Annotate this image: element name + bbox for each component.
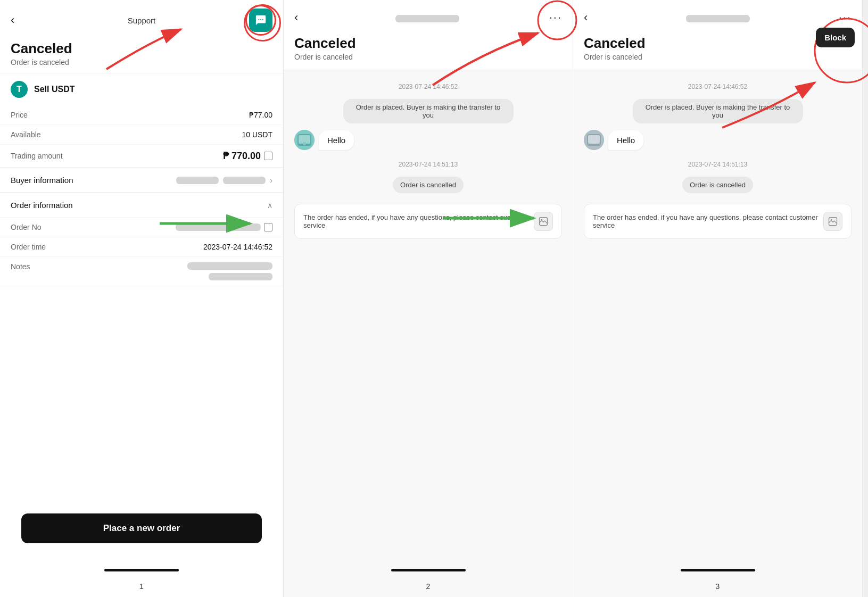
panel-3: ‹ ··· Block Canceled Order is canceled 2… xyxy=(573,0,863,597)
header-blurred-3 xyxy=(686,15,750,22)
panel-1: ‹ Support Canceled Order is canceled xyxy=(0,0,284,597)
block-tooltip[interactable]: Block xyxy=(816,28,855,47)
sys-msg-1-2: Order is placed. Buyer is making the tra… xyxy=(343,99,514,123)
sys-msg-1-3: Order is placed. Buyer is making the tra… xyxy=(633,99,803,123)
chat-body-2: 2023-07-24 14:46:52 Order is placed. Buy… xyxy=(284,70,573,565)
chat-body-3: 2023-07-24 14:46:52 Order is placed. Buy… xyxy=(573,70,862,565)
more-button-2[interactable]: ··· xyxy=(549,11,562,24)
status-title-1: Canceled xyxy=(11,40,272,57)
panel-2-header: ‹ ··· xyxy=(284,0,573,31)
available-row: Available 10 USDT xyxy=(0,125,283,145)
support-label: Support xyxy=(128,16,156,25)
order-info-section[interactable]: Order information ∧ xyxy=(0,193,283,218)
status-subtitle-3: Order is canceled xyxy=(584,53,852,61)
sell-label: Sell USDT xyxy=(34,85,75,94)
trading-row: Trading amount ₱ 770.00 xyxy=(0,145,283,168)
image-icon-2 xyxy=(538,216,549,227)
chat-msg-row-2: Hello xyxy=(294,130,562,150)
sys-msg-2-3: Order is cancelled xyxy=(682,177,753,193)
back-button[interactable]: ‹ xyxy=(11,11,19,29)
notes-row: Notes xyxy=(0,257,283,286)
chat-ts-2-2: 2023-07-24 14:51:13 xyxy=(294,161,562,168)
media-btn-2[interactable] xyxy=(534,212,553,231)
order-info-label: Order information xyxy=(11,201,73,210)
trading-label: Trading amount xyxy=(11,152,63,160)
chevron-up-icon: ∧ xyxy=(267,201,272,210)
price-row: Price ₱77.00 xyxy=(0,105,283,125)
chat-bubble-3: Hello xyxy=(608,130,643,150)
chat-ts-2-3: 2023-07-24 14:51:13 xyxy=(584,161,852,168)
available-value: 10 USDT xyxy=(242,130,272,139)
panel-3-header: ‹ ··· Block xyxy=(573,0,862,31)
status-title-3: Canceled xyxy=(584,35,852,52)
order-no-blurred xyxy=(176,223,261,231)
panel-2-header-title xyxy=(395,13,461,22)
panel-3-wrap: ‹ ··· Block Canceled Order is canceled 2… xyxy=(573,0,863,597)
order-ended-msg-2: The order has ended, if you have any que… xyxy=(294,204,562,239)
chat-avatar-2 xyxy=(294,130,315,150)
right-spacer xyxy=(863,0,868,597)
order-no-label: Order No xyxy=(11,223,42,231)
chat-avatar-3 xyxy=(584,130,604,150)
status-subtitle-2: Order is canceled xyxy=(294,53,562,61)
place-order-button[interactable]: Place a new order xyxy=(21,513,262,543)
notes-line-2 xyxy=(209,273,272,280)
buyer-blurred-1 xyxy=(176,177,219,184)
sell-info: T Sell USDT xyxy=(0,73,283,105)
more-button-3[interactable]: ··· xyxy=(839,11,852,24)
order-ended-msg-3: The order has ended, if you have any que… xyxy=(584,204,852,239)
svg-rect-18 xyxy=(588,135,600,144)
price-value: ₱77.00 xyxy=(249,111,272,119)
back-button-2[interactable]: ‹ xyxy=(294,9,302,27)
order-no-row: Order No xyxy=(0,218,283,237)
chat-ts-1-2: 2023-07-24 14:46:52 xyxy=(294,83,562,90)
back-button-3[interactable]: ‹ xyxy=(584,9,592,27)
panel-2: ‹ ··· Canceled Order is canceled 2023-07… xyxy=(284,0,573,597)
avatar: T xyxy=(11,81,28,98)
header-right xyxy=(249,9,272,32)
page-number-3: 3 xyxy=(573,580,862,597)
buyer-info-label: Buyer information xyxy=(11,176,73,185)
available-label: Available xyxy=(11,130,41,139)
chat-bubble-2: Hello xyxy=(319,130,354,150)
chat-button[interactable] xyxy=(249,9,272,32)
notes-label: Notes xyxy=(11,262,30,271)
order-time-label: Order time xyxy=(11,243,46,251)
buyer-blurred-2 xyxy=(223,177,266,184)
image-icon-3 xyxy=(828,216,838,227)
chat-btn-circle xyxy=(245,5,276,36)
price-label: Price xyxy=(11,111,28,119)
notes-value xyxy=(187,262,272,280)
buyer-info-section[interactable]: Buyer information › xyxy=(0,168,283,193)
chevron-right-icon: › xyxy=(270,176,272,185)
page-number-1: 1 xyxy=(0,580,283,597)
buyer-info-right: › xyxy=(176,176,272,185)
bottom-bar-2 xyxy=(391,569,466,571)
panel-3-header-title xyxy=(686,13,750,22)
panel-1-header: ‹ Support xyxy=(0,0,283,36)
page-number-2: 2 xyxy=(284,580,573,597)
avatar-icon-2 xyxy=(294,130,315,150)
media-btn-3[interactable] xyxy=(823,212,842,231)
bottom-bar-1 xyxy=(104,569,179,571)
order-time-value: 2023-07-24 14:46:52 xyxy=(203,243,272,251)
trading-value: ₱ 770.00 xyxy=(223,150,272,162)
avatar-icon-3 xyxy=(584,130,604,150)
chat-msg-row-3: Hello xyxy=(584,130,852,150)
copy-icon[interactable] xyxy=(264,152,272,160)
order-no-right xyxy=(176,223,272,231)
svg-point-11 xyxy=(303,142,306,145)
status-subtitle-1: Order is canceled xyxy=(11,58,272,67)
status-section-1: Canceled Order is canceled xyxy=(0,36,283,73)
panel-2-status: Canceled Order is canceled xyxy=(284,31,573,70)
header-blurred xyxy=(395,15,459,22)
panels-container: ‹ Support Canceled Order is canceled xyxy=(0,0,868,597)
panel-2-wrap: ‹ ··· Canceled Order is canceled 2023-07… xyxy=(284,0,573,597)
bottom-bar-3 xyxy=(681,569,755,571)
order-time-row: Order time 2023-07-24 14:46:52 xyxy=(0,237,283,257)
status-title-2: Canceled xyxy=(294,35,562,52)
chat-ts-1-3: 2023-07-24 14:46:52 xyxy=(584,83,852,90)
sys-msg-2-2: Order is cancelled xyxy=(393,177,464,193)
order-no-copy-icon[interactable] xyxy=(264,223,272,231)
place-order-container: Place a new order xyxy=(0,513,283,565)
